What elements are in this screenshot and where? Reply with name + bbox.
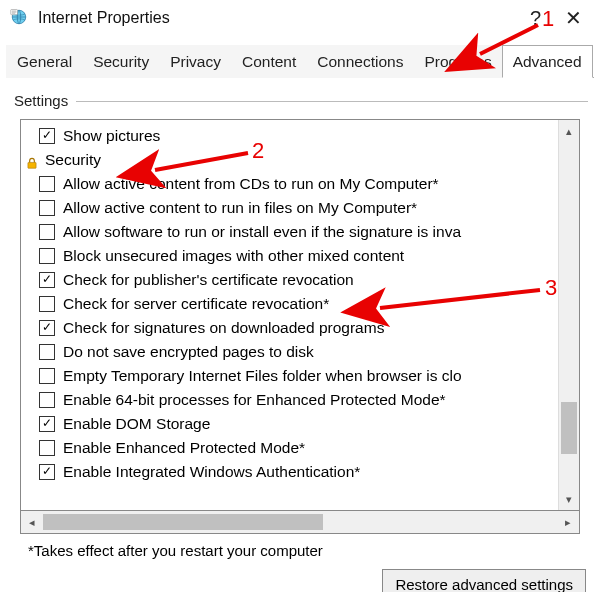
settings-listbox: Show pictures Security Allow active cont… (20, 119, 580, 511)
item-label: Check for signatures on downloaded progr… (63, 316, 384, 340)
checkbox[interactable] (39, 128, 55, 144)
list-item[interactable]: Check for publisher's certificate revoca… (39, 268, 558, 292)
item-label: Check for server certificate revocation* (63, 292, 329, 316)
list-item[interactable]: Block unsecured images with other mixed … (39, 244, 558, 268)
scroll-left-icon[interactable]: ◂ (21, 511, 43, 533)
checkbox[interactable] (39, 344, 55, 360)
vertical-scrollbar[interactable]: ▴ ▾ (558, 120, 579, 510)
checkbox[interactable] (39, 176, 55, 192)
item-label: Empty Temporary Internet Files folder wh… (63, 364, 462, 388)
tab-connections[interactable]: Connections (306, 45, 414, 78)
tab-strip: General Security Privacy Content Connect… (6, 44, 594, 78)
checkbox[interactable] (39, 416, 55, 432)
list-item[interactable]: Enable 64-bit processes for Enhanced Pro… (39, 388, 558, 412)
list-item[interactable]: Allow software to run or install even if… (39, 220, 558, 244)
list-item[interactable]: Do not save encrypted pages to disk (39, 340, 558, 364)
item-label: Allow active content from CDs to run on … (63, 172, 439, 196)
list-item[interactable]: Empty Temporary Internet Files folder wh… (39, 364, 558, 388)
tab-general[interactable]: General (6, 45, 83, 78)
item-label: Enable Integrated Windows Authentication… (63, 460, 360, 484)
checkbox[interactable] (39, 368, 55, 384)
scroll-thumb[interactable] (561, 402, 577, 454)
scroll-track[interactable] (43, 511, 557, 533)
list-item[interactable]: Enable DOM Storage (39, 412, 558, 436)
item-label: Enable 64-bit processes for Enhanced Pro… (63, 388, 446, 412)
item-label: Allow active content to run in files on … (63, 196, 417, 220)
tab-advanced[interactable]: Advanced (502, 45, 593, 78)
item-label: Allow software to run or install even if… (63, 220, 461, 244)
titlebar: Internet Properties ? ✕ (0, 0, 600, 34)
list-item[interactable]: Check for server certificate revocation* (39, 292, 558, 316)
scroll-up-icon[interactable]: ▴ (559, 120, 579, 142)
restore-advanced-settings-button[interactable]: Restore advanced settings (382, 569, 586, 592)
scroll-down-icon[interactable]: ▾ (559, 488, 579, 510)
category-security: Security (25, 148, 558, 172)
tab-programs[interactable]: Programs (413, 45, 502, 78)
checkbox[interactable] (39, 320, 55, 336)
annotation-3: 3 (545, 275, 557, 301)
settings-group: Settings Show pictures Security Allow (12, 92, 588, 534)
item-label: Do not save encrypted pages to disk (63, 340, 314, 364)
checkbox[interactable] (39, 272, 55, 288)
close-button[interactable]: ✕ (557, 6, 590, 30)
item-label: Check for publisher's certificate revoca… (63, 268, 354, 292)
horizontal-scrollbar[interactable]: ◂ ▸ (20, 511, 580, 534)
footnote: *Takes effect after you restart your com… (28, 542, 586, 559)
list-item[interactable]: Enable Integrated Windows Authentication… (39, 460, 558, 484)
group-line (76, 101, 588, 102)
tab-privacy[interactable]: Privacy (159, 45, 232, 78)
checkbox[interactable] (39, 392, 55, 408)
item-label: Enable DOM Storage (63, 412, 210, 436)
tab-content[interactable]: Content (231, 45, 307, 78)
scroll-right-icon[interactable]: ▸ (557, 511, 579, 533)
scroll-track[interactable] (559, 142, 579, 488)
list-item[interactable]: Enable Enhanced Protected Mode* (39, 436, 558, 460)
category-label: Security (45, 148, 101, 172)
scroll-thumb[interactable] (43, 514, 323, 530)
item-label: Enable Enhanced Protected Mode* (63, 436, 305, 460)
checkbox[interactable] (39, 248, 55, 264)
item-label: Show pictures (63, 124, 160, 148)
item-label: Block unsecured images with other mixed … (63, 244, 404, 268)
list-item[interactable]: Show pictures (39, 124, 558, 148)
list-item[interactable]: Check for signatures on downloaded progr… (39, 316, 558, 340)
tab-security[interactable]: Security (82, 45, 160, 78)
svg-rect-5 (28, 162, 36, 168)
checkbox[interactable] (39, 200, 55, 216)
checkbox[interactable] (39, 464, 55, 480)
checkbox[interactable] (39, 224, 55, 240)
app-icon (10, 8, 28, 29)
list-item[interactable]: Allow active content from CDs to run on … (39, 172, 558, 196)
lock-icon (25, 153, 39, 167)
checkbox[interactable] (39, 440, 55, 456)
window-title: Internet Properties (36, 9, 514, 27)
checkbox[interactable] (39, 296, 55, 312)
annotation-2: 2 (252, 138, 264, 164)
list-item[interactable]: Allow active content to run in files on … (39, 196, 558, 220)
settings-list-content: Show pictures Security Allow active cont… (21, 120, 558, 510)
annotation-1: 1 (542, 6, 554, 32)
group-label: Settings (12, 92, 70, 109)
